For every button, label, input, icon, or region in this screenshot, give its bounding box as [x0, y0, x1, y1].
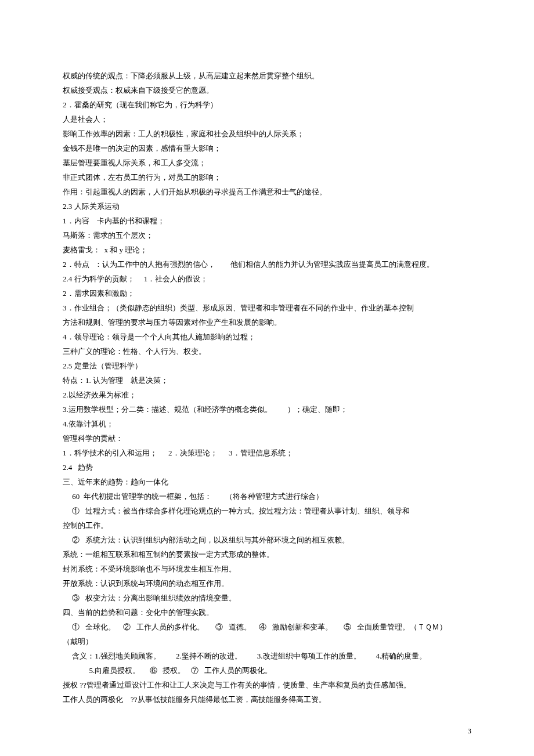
text-line: 封闭系统：不受环境影响也不与环境发生相互作用。	[63, 562, 471, 576]
text-line: 5.向雇员授权。 ⑥ 授权。 ⑦ 工作人员的两极化。	[63, 663, 471, 678]
text-line: 工作人员的两极化 ??从事低技能服务只能得最低工资，高技能服务得高工资。	[63, 692, 471, 707]
text-line: 作用：引起重视人的因素，人们开始从积极的寻求提高工作满意和士气的途径。	[63, 185, 471, 199]
text-line: 2.5 定量法（管理科学）	[63, 359, 471, 373]
text-line: 3．作业组合；（类似静态的组织）类型、形成原因、管理者和非管理者在不同的作业中、…	[63, 301, 471, 315]
text-line: 2.以经济效果为标准；	[63, 388, 471, 402]
text-line: 2．霍桑的研究（现在我们称它为，行为科学）	[63, 97, 471, 112]
text-line: 开放系统：认识到系统与环境间的动态相互作用。	[63, 576, 471, 591]
document-body: 权威的传统的观点：下降必须服从上级，从高层建立起来然后贯穿整个组织。权威接受观点…	[63, 68, 471, 707]
text-line: 4．领导理论：领导是一个个人向其他人施加影响的过程；	[63, 330, 471, 344]
text-line: 2．特点 ：认为工作中的人抱有强烈的信心， 他们相信人的能力并认为管理实践应当提…	[63, 257, 471, 272]
text-line: 授权 ??管理者通过重设计工作和让工人来决定与工作有关的事情，使质量、生产率和复…	[63, 678, 471, 692]
text-line: 权威接受观点：权威来自下级接受它的意愿。	[63, 83, 471, 97]
text-line: 人是社会人；	[63, 112, 471, 126]
text-line: 4.依靠计算机；	[63, 417, 471, 431]
page-number: 3	[468, 726, 472, 736]
text-line: 1．科学技术的引入和运用； 2．决策理论； 3．管理信息系统；	[63, 446, 471, 460]
text-line: 三、近年来的趋势：趋向一体化	[63, 475, 471, 489]
text-line: 2．需求因素和激励；	[63, 286, 471, 301]
text-line: （戴明）	[63, 634, 471, 649]
text-line: 1．内容 卡内基的书和课程；	[63, 214, 471, 228]
text-line: 系统：一组相互联系和相互制约的要素按一定方式形成的整体。	[63, 547, 471, 562]
text-line: 3.运用数学模型；分二类：描述、规范（和经济学的概念类似。 ）；确定、随即；	[63, 402, 471, 417]
text-line: 含义：1.强烈地关顾顾客。 2.坚持不断的改进。 3.改进组织中每项工作的质量。…	[63, 649, 471, 663]
text-line: 2.3 人际关系运动	[63, 199, 471, 214]
text-line: ③ 权变方法：分离出影响组织绩效的情境变量。	[63, 591, 471, 605]
text-line: 2.4 行为科学的贡献； 1．社会人的假设；	[63, 272, 471, 286]
text-line: 方法和规则、管理的要求与压力等因素对作业产生和发展的影响。	[63, 315, 471, 330]
text-line: 特点：1. 认为管理 就是决策；	[63, 373, 471, 388]
text-line: 控制的工作。	[63, 518, 471, 533]
text-line: ① 过程方式：被当作综合多样化理论观点的一种方式。按过程方法：管理者从事计划、组…	[63, 504, 471, 518]
text-line: 金钱不是唯一的决定的因素，感情有重大影响；	[63, 141, 471, 155]
text-line: 三种广义的理论：性格、个人行为、权变。	[63, 344, 471, 359]
text-line: 麦格雷戈： x 和 y 理论；	[63, 243, 471, 257]
text-line: 基层管理要重视人际关系，和工人多交流；	[63, 155, 471, 170]
text-line: 60 年代初提出管理学的统一框架，包括： （将各种管理方式进行综合）	[63, 489, 471, 504]
text-line: 影响工作效率的因素：工人的积极性，家庭和社会及组织中的人际关系；	[63, 126, 471, 141]
text-line: ② 系统方法：认识到组织内部活动之间，以及组织与其外部环境之间的相互依赖。	[63, 533, 471, 547]
text-line: 四、当前的趋势和问题：变化中的管理实践。	[63, 605, 471, 620]
text-line: 非正式团体，左右员工的行为，对员工的影响；	[63, 170, 471, 185]
text-line: 马斯落：需求的五个层次；	[63, 228, 471, 243]
text-line: 2.4 趋势	[63, 460, 471, 475]
text-line: 管理科学的贡献：	[63, 431, 471, 446]
text-line: 权威的传统的观点：下降必须服从上级，从高层建立起来然后贯穿整个组织。	[63, 68, 471, 83]
text-line: ① 全球化。 ② 工作人员的多样化。 ③ 道德。 ④ 激励创新和变革。 ⑤ 全面…	[63, 620, 471, 634]
